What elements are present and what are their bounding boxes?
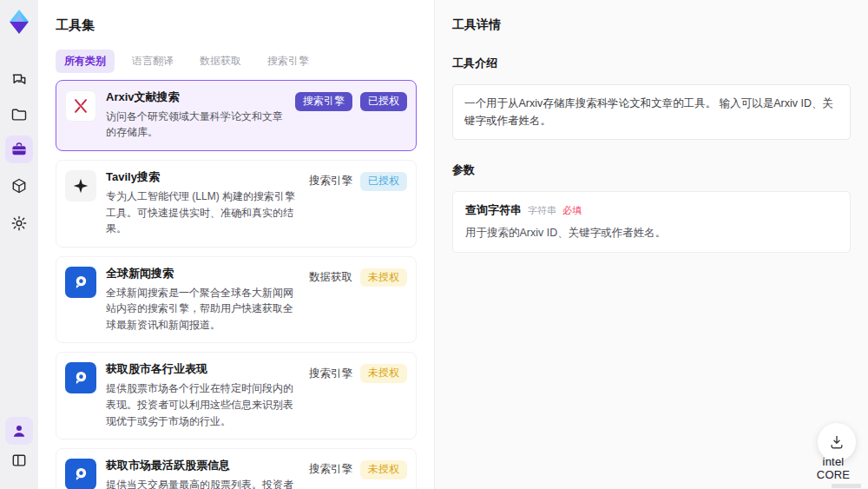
category-tabs: 所有类别 语言翻译 数据获取 搜索引擎	[56, 50, 417, 73]
category-label: 搜索引擎	[309, 367, 352, 381]
folder-icon[interactable]	[5, 101, 33, 129]
intel-core-logo: intel CORE	[806, 455, 861, 488]
tool-detail-panel: 工具详情 工具介绍 一个用于从Arxiv存储库搜索科学论文和文章的工具。 输入可…	[434, 0, 868, 489]
app-logo[interactable]	[4, 7, 34, 36]
tool-name: Tavily搜索	[106, 170, 300, 185]
intel-core-text: intel CORE	[806, 455, 861, 481]
detail-title: 工具详情	[452, 17, 851, 33]
arxiv-logo-icon	[65, 90, 96, 122]
tool-card-arxiv[interactable]: Arxiv文献搜索 访问各个研究领域大量科学论文和文章的存储库。 搜索引擎 已授…	[56, 80, 417, 151]
param-name: 查询字符串	[465, 202, 522, 218]
params-heading: 参数	[452, 162, 851, 178]
chat-icon[interactable]	[5, 66, 33, 94]
category-label: 搜索引擎	[309, 462, 352, 477]
tab-data-fetch[interactable]: 数据获取	[191, 50, 250, 73]
tools-nav-icon[interactable]	[5, 135, 33, 163]
param-type: 字符串	[528, 204, 556, 217]
tool-name: Arxiv文献搜索	[106, 90, 286, 105]
param-required-flag: 必填	[562, 204, 582, 217]
auth-status-badge: 未授权	[360, 364, 407, 383]
tool-description: 提供当天交易量最高的股票列表。投资者可以利用这些信息来识别流动性强的股票和潜在的…	[106, 477, 300, 489]
intel-core-sub-mark	[832, 484, 861, 488]
tool-card-sector-performance[interactable]: 获取股市各行业表现 提供股票市场各个行业在特定时间段内的表现。投资者可以利用这些…	[56, 352, 417, 439]
settings-gear-icon[interactable]	[5, 209, 33, 237]
tool-intro-text: 一个用于从Arxiv存储库搜索科学论文和文章的工具。 输入可以是Arxiv ID…	[452, 84, 851, 140]
auth-status-badge: 未授权	[360, 268, 407, 287]
app-window: 工具集 所有类别 语言翻译 数据获取 搜索引擎 Arxiv文献搜索	[0, 0, 868, 489]
category-label: 搜索引擎	[309, 174, 352, 188]
news-search-icon	[65, 362, 96, 393]
tool-name: 获取市场最活跃股票信息	[106, 459, 300, 473]
tool-card-global-news[interactable]: 全球新闻搜索 全球新闻搜索是一个聚合全球各大新闻网站内容的搜索引擎，帮助用户快速…	[56, 256, 417, 344]
news-search-icon	[65, 459, 96, 489]
auth-status-badge: 未授权	[360, 460, 407, 479]
tab-all-categories[interactable]: 所有类别	[56, 50, 115, 73]
page-title: 工具集	[56, 17, 417, 34]
tool-list: Arxiv文献搜索 访问各个研究领域大量科学论文和文章的存储库。 搜索引擎 已授…	[56, 80, 417, 489]
intro-heading: 工具介绍	[452, 56, 851, 71]
news-search-icon	[65, 267, 96, 298]
param-description: 用于搜索的Arxiv ID、关键字或作者姓名。	[465, 225, 838, 241]
tool-card-active-stocks[interactable]: 获取市场最活跃股票信息 提供当天交易量最高的股票列表。投资者可以利用这些信息来识…	[56, 448, 417, 489]
category-badge: 搜索引擎	[295, 92, 352, 111]
tool-description: 全球新闻搜索是一个聚合全球各大新闻网站内容的搜索引擎，帮助用户快速获取全球最新资…	[106, 285, 300, 334]
category-label: 数据获取	[309, 270, 352, 285]
tab-search-engine[interactable]: 搜索引擎	[259, 50, 318, 73]
panel-toggle-icon[interactable]	[5, 446, 33, 474]
tab-language-translation[interactable]: 语言翻译	[123, 50, 182, 73]
user-icon[interactable]	[5, 417, 33, 445]
tool-name: 获取股市各行业表现	[106, 362, 300, 377]
tool-description: 提供股票市场各个行业在特定时间段内的表现。投资者可以利用这些信息来识别表现优于或…	[106, 380, 300, 429]
tavily-star-icon	[65, 170, 96, 202]
tool-name: 全球新闻搜索	[106, 267, 300, 281]
tool-description: 专为人工智能代理 (LLM) 构建的搜索引擎工具。可快速提供实时、准确和真实的结…	[106, 188, 300, 237]
sidebar-rail	[0, 0, 38, 489]
auth-status-badge: 已授权	[360, 172, 407, 191]
parameter-card: 查询字符串 字符串 必填 用于搜索的Arxiv ID、关键字或作者姓名。	[452, 191, 851, 253]
tool-description: 访问各个研究领域大量科学论文和文章的存储库。	[106, 109, 286, 141]
tool-list-panel: 工具集 所有类别 语言翻译 数据获取 搜索引擎 Arxiv文献搜索	[38, 0, 434, 489]
auth-status-badge: 已授权	[360, 92, 407, 111]
cube-icon[interactable]	[5, 172, 33, 200]
tool-card-tavily[interactable]: Tavily搜索 专为人工智能代理 (LLM) 构建的搜索引擎工具。可快速提供实…	[56, 160, 417, 248]
